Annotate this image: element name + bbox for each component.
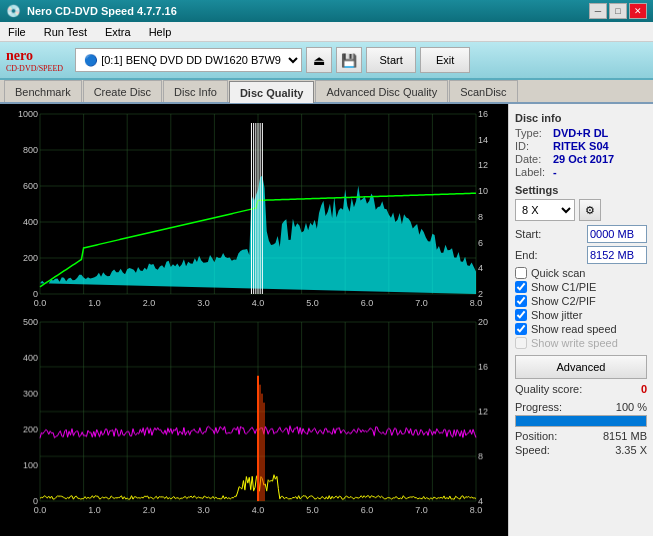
- progress-section: Progress: 100 % Position: 8151 MB Speed:…: [515, 401, 647, 456]
- side-panel: Disc info Type: DVD+R DL ID: RITEK S04 D…: [508, 104, 653, 536]
- position-label: Position:: [515, 430, 557, 442]
- disc-info-title: Disc info: [515, 112, 647, 124]
- quality-score-label: Quality score:: [515, 383, 582, 395]
- show-c1pie-checkbox[interactable]: [515, 281, 527, 293]
- show-read-speed-row: Show read speed: [515, 323, 647, 335]
- maximize-button[interactable]: □: [609, 3, 627, 19]
- speed-row: Speed: 3.35 X: [515, 444, 647, 456]
- show-c2pif-row: Show C2/PIF: [515, 295, 647, 307]
- chart-area: [0, 104, 508, 536]
- disc-date-label: Date:: [515, 153, 553, 165]
- title-bar-left: 💿 Nero CD-DVD Speed 4.7.7.16: [6, 4, 177, 18]
- exit-button[interactable]: Exit: [420, 47, 470, 73]
- disc-type-value: DVD+R DL: [553, 127, 608, 139]
- progress-value: 100 %: [616, 401, 647, 413]
- quality-score-row: Quality score: 0: [515, 383, 647, 395]
- quick-scan-label: Quick scan: [531, 267, 585, 279]
- disc-date-row: Date: 29 Oct 2017: [515, 153, 647, 165]
- speed-select[interactable]: 8 X Max 4 X 12 X: [515, 199, 575, 221]
- disc-id-value: RITEK S04: [553, 140, 609, 152]
- menu-file[interactable]: File: [4, 24, 30, 40]
- disc-id-row: ID: RITEK S04: [515, 140, 647, 152]
- show-c1pie-row: Show C1/PIE: [515, 281, 647, 293]
- position-row: Position: 8151 MB: [515, 430, 647, 442]
- show-c2pif-checkbox[interactable]: [515, 295, 527, 307]
- menu-extra[interactable]: Extra: [101, 24, 135, 40]
- app-title: Nero CD-DVD Speed 4.7.7.16: [27, 5, 177, 17]
- menu-help[interactable]: Help: [145, 24, 176, 40]
- position-value: 8151 MB: [603, 430, 647, 442]
- show-read-speed-label: Show read speed: [531, 323, 617, 335]
- tab-benchmark[interactable]: Benchmark: [4, 80, 82, 102]
- speed-settings-row: 8 X Max 4 X 12 X ⚙: [515, 199, 647, 221]
- start-input[interactable]: [587, 225, 647, 243]
- show-read-speed-checkbox[interactable]: [515, 323, 527, 335]
- jitter-chart: [4, 316, 504, 520]
- quality-score-value: 0: [641, 383, 647, 395]
- tabs: Benchmark Create Disc Disc Info Disc Qua…: [0, 80, 653, 104]
- quick-scan-checkbox[interactable]: [515, 267, 527, 279]
- end-label: End:: [515, 249, 538, 261]
- save-button[interactable]: 💾: [336, 47, 362, 73]
- disc-label-row: Label: -: [515, 166, 647, 178]
- close-button[interactable]: ✕: [629, 3, 647, 19]
- show-jitter-row: Show jitter: [515, 309, 647, 321]
- show-jitter-label: Show jitter: [531, 309, 582, 321]
- pi-errors-chart: [4, 108, 504, 312]
- speed-value: 3.35 X: [615, 444, 647, 456]
- progress-bar-fill: [516, 416, 646, 426]
- show-jitter-checkbox[interactable]: [515, 309, 527, 321]
- show-c2pif-label: Show C2/PIF: [531, 295, 596, 307]
- tab-disc-quality[interactable]: Disc Quality: [229, 81, 315, 103]
- disc-type-row: Type: DVD+R DL: [515, 127, 647, 139]
- nero-logo-sub: CD·DVD/SPEED: [6, 64, 63, 73]
- progress-bar-bg: [515, 415, 647, 427]
- toolbar: nero CD·DVD/SPEED 🔵 [0:1] BENQ DVD DD DW…: [0, 42, 653, 80]
- disc-label-label: Label:: [515, 166, 553, 178]
- menu-bar: File Run Test Extra Help: [0, 22, 653, 42]
- show-write-speed-checkbox[interactable]: [515, 337, 527, 349]
- eject-button[interactable]: ⏏: [306, 47, 332, 73]
- show-write-speed-label: Show write speed: [531, 337, 618, 349]
- minimize-button[interactable]: ─: [589, 3, 607, 19]
- progress-row: Progress: 100 %: [515, 401, 647, 413]
- show-c1pie-label: Show C1/PIE: [531, 281, 596, 293]
- drive-select[interactable]: 🔵 [0:1] BENQ DVD DD DW1620 B7W9: [75, 48, 302, 72]
- nero-logo: nero CD·DVD/SPEED: [6, 48, 63, 73]
- disc-label-value: -: [553, 166, 557, 178]
- tab-advanced-disc-quality[interactable]: Advanced Disc Quality: [315, 80, 448, 102]
- quick-scan-row: Quick scan: [515, 267, 647, 279]
- menu-run-test[interactable]: Run Test: [40, 24, 91, 40]
- end-field-row: End:: [515, 246, 647, 264]
- nero-logo-text: nero: [6, 48, 63, 64]
- end-input[interactable]: [587, 246, 647, 264]
- show-write-speed-row: Show write speed: [515, 337, 647, 349]
- tab-create-disc[interactable]: Create Disc: [83, 80, 162, 102]
- settings-icon[interactable]: ⚙: [579, 199, 601, 221]
- progress-label: Progress:: [515, 401, 562, 413]
- settings-title: Settings: [515, 184, 647, 196]
- speed-label: Speed:: [515, 444, 550, 456]
- start-field-row: Start:: [515, 225, 647, 243]
- disc-type-label: Type:: [515, 127, 553, 139]
- disc-date-value: 29 Oct 2017: [553, 153, 614, 165]
- disc-id-label: ID:: [515, 140, 553, 152]
- main-content: Disc info Type: DVD+R DL ID: RITEK S04 D…: [0, 104, 653, 536]
- tab-scandisc[interactable]: ScanDisc: [449, 80, 517, 102]
- start-label: Start:: [515, 228, 541, 240]
- title-bar: 💿 Nero CD-DVD Speed 4.7.7.16 ─ □ ✕: [0, 0, 653, 22]
- start-button[interactable]: Start: [366, 47, 416, 73]
- tab-disc-info[interactable]: Disc Info: [163, 80, 228, 102]
- app-icon: 💿: [6, 4, 21, 18]
- advanced-button[interactable]: Advanced: [515, 355, 647, 379]
- title-bar-controls: ─ □ ✕: [589, 3, 647, 19]
